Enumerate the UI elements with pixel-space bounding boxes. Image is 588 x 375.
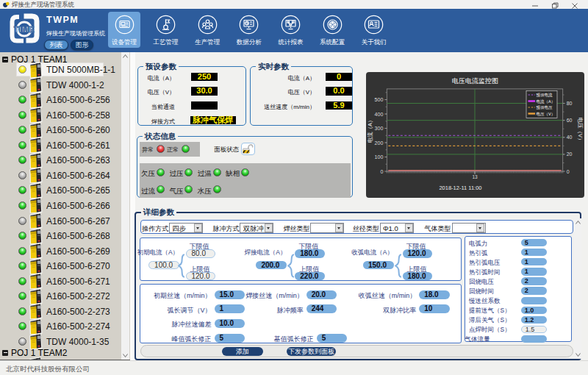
extra-param-label: 提前送气（S）	[469, 307, 511, 315]
dropdown-arrow-icon[interactable]	[265, 224, 273, 232]
tree-item-A160-500-6-258[interactable]: A160-500-6-258	[0, 107, 121, 123]
combo-select-3[interactable]	[310, 223, 344, 233]
extra-param-pill[interactable]: 2	[521, 287, 548, 294]
upper-limit-pill[interactable]: 220.0	[295, 272, 325, 281]
wire-param-pill[interactable]: 20.0	[306, 290, 337, 299]
extra-param-pill[interactable]: 1	[521, 249, 548, 256]
chevron-down-icon	[123, 354, 128, 357]
status-bar: 北京时代科技股份有限公司	[0, 360, 588, 375]
combo-select-5[interactable]	[452, 223, 486, 233]
wire-param-pill[interactable]: 10.0	[215, 319, 245, 328]
tree-led-green	[18, 186, 26, 194]
status-label: 缺相	[226, 169, 240, 179]
tree-item-A160-500-6-263[interactable]: A160-500-6-263	[0, 153, 121, 168]
tree-item-A160-500-6-268[interactable]: A160-500-6-268	[0, 229, 121, 244]
wire-param-pill[interactable]: 18.0	[419, 290, 450, 299]
combo-value: Φ1.0	[383, 224, 398, 232]
dropdown-arrow-icon[interactable]	[476, 224, 484, 232]
extra-param-pill[interactable]	[521, 335, 548, 343]
current-value-pill[interactable]: 200.0	[256, 261, 287, 270]
current-value-pill[interactable]: 100.0	[148, 261, 179, 270]
status-label: 水压	[198, 187, 212, 196]
tree-item-A160-500-6-271[interactable]: A160-500-6-271	[0, 274, 121, 289]
device-manage-icon	[115, 15, 135, 35]
scroll-down-button[interactable]	[121, 351, 129, 360]
extra-param-pill[interactable]: 1.5	[521, 326, 548, 333]
lower-limit-pill[interactable]: 180.0	[295, 249, 325, 258]
dropdown-arrow-icon[interactable]	[405, 224, 413, 232]
unlock-icon	[241, 143, 255, 155]
nav-item-data-analysis[interactable]: 数据分析	[233, 12, 265, 48]
welding-machine-icon	[28, 182, 43, 199]
tree-scrollbar[interactable]	[121, 52, 129, 360]
nav-item-label: 数据分析	[233, 38, 265, 47]
nav-item-process-manage[interactable]: 工艺管理	[150, 12, 182, 48]
extra-param-pill[interactable]	[521, 297, 548, 304]
extra-param-pill[interactable]: 2	[521, 277, 548, 285]
scroll-down-button[interactable]	[574, 351, 581, 359]
close-button[interactable]	[567, 0, 583, 9]
svg-text:电流（A）: 电流（A）	[537, 99, 556, 104]
tree-item-A160-500-2-273[interactable]: A160-500-2-273	[0, 304, 121, 319]
svg-text:0: 0	[567, 169, 570, 174]
app-window: 焊接生产现场管理系统 TIME TWPM 焊接生产现场管理系统 列表 图形 设备…	[0, 0, 588, 375]
send-params-button[interactable]: 下发参数到面板	[287, 347, 336, 357]
tree-item-label: A160-500-6-268	[46, 231, 110, 241]
collapse-icon[interactable]	[2, 57, 8, 63]
wire-param-pill[interactable]: 15.0	[215, 290, 245, 299]
tree-item-A160-500-6-269[interactable]: A160-500-6-269	[0, 243, 121, 259]
wire-param-pill[interactable]: 5	[215, 334, 245, 343]
tree-item-A160-500-6-265[interactable]: A160-500-6-265	[0, 183, 121, 199]
nav-item-system-config[interactable]: 系统配置	[316, 12, 348, 48]
detail-scrollbar[interactable]	[574, 218, 581, 359]
maximize-button[interactable]	[547, 0, 563, 9]
extra-param-pill[interactable]: 1.0	[521, 307, 548, 314]
tree-item-A160-500-6-260[interactable]: A160-500-6-260	[0, 123, 121, 138]
welding-machine-icon	[28, 137, 43, 153]
nav-item-production-manage[interactable]: 生产管理	[191, 12, 223, 48]
extra-param-pill[interactable]: 5	[521, 239, 548, 246]
add-button[interactable]: 添加	[222, 347, 263, 357]
wire-param-pill[interactable]: 244	[306, 304, 337, 313]
extra-param-pill[interactable]: 1.2	[521, 316, 548, 324]
welding-machine-icon	[28, 76, 43, 93]
scroll-up-button[interactable]	[574, 218, 581, 226]
combo-value: 双脉冲	[243, 224, 264, 234]
scroll-up-button[interactable]	[121, 52, 129, 60]
nav-item-about-us[interactable]: 关于我们	[358, 12, 390, 48]
nav-item-statistic-report[interactable]: 统计报表	[274, 12, 306, 48]
tree-item-TDW-4000-1-2[interactable]: TDW 4000-1-2	[0, 77, 121, 93]
welding-machine-icon	[28, 213, 43, 229]
tree-item-A160-500-6-261[interactable]: A160-500-6-261	[0, 138, 121, 153]
main-nav: 设备管理工艺管理生产管理数据分析统计报表系统配置关于我们	[0, 9, 588, 52]
minimize-button[interactable]	[527, 0, 543, 9]
dropdown-arrow-icon[interactable]	[335, 224, 343, 232]
tree-item-A160-500-6-256[interactable]: A160-500-6-256	[0, 93, 121, 108]
tree-item-A160-500-2-272[interactable]: A160-500-2-272	[0, 289, 121, 304]
upper-limit-pill[interactable]: 120.0	[186, 272, 216, 281]
dropdown-arrow-icon[interactable]	[194, 224, 202, 232]
extra-param-pill[interactable]: 1	[521, 258, 548, 265]
lower-limit-pill[interactable]: 120.0	[403, 249, 433, 258]
tree-item-A160-500-6-267[interactable]: A160-500-6-267	[0, 213, 121, 229]
param-label: 电流（A）	[288, 74, 315, 82]
current-value-pill[interactable]: 150.0	[363, 261, 394, 270]
chart-title: 电压电流监控图	[452, 77, 498, 85]
tree-item-A160-500-6-270[interactable]: A160-500-6-270	[0, 259, 121, 274]
detail-params-box: 详细参数 操作方式四步脉冲方式双脉冲焊丝类型丝径类型Φ1.0气体类型 初期电流（…	[135, 212, 581, 360]
collapse-icon[interactable]	[2, 350, 8, 356]
wire-param-pill[interactable]: 5	[317, 334, 348, 343]
combo-select-1[interactable]: 四步	[169, 223, 203, 233]
upper-limit-pill[interactable]: 180.0	[403, 272, 433, 281]
tree-item-A160-500-6-266[interactable]: A160-500-6-266	[0, 198, 121, 213]
tree-item-A160-500-6-264[interactable]: A160-500-6-264	[0, 168, 121, 183]
lower-limit-pill[interactable]: 80.0	[186, 249, 216, 258]
combo-select-2[interactable]: 双脉冲	[240, 223, 273, 233]
nav-item-device-manage[interactable]: 设备管理	[108, 12, 140, 48]
extra-param-pill[interactable]: 1	[521, 268, 548, 275]
wire-param-pill[interactable]: 1	[215, 304, 245, 313]
tree-item-TDN-5000MB-1-1[interactable]: TDN 5000MB-1-1	[0, 63, 121, 78]
combo-select-4[interactable]: Φ1.0	[380, 223, 414, 233]
wire-param-pill[interactable]: 10	[419, 304, 450, 313]
tree-item-A160-500-2-274[interactable]: A160-500-2-274	[0, 319, 121, 335]
